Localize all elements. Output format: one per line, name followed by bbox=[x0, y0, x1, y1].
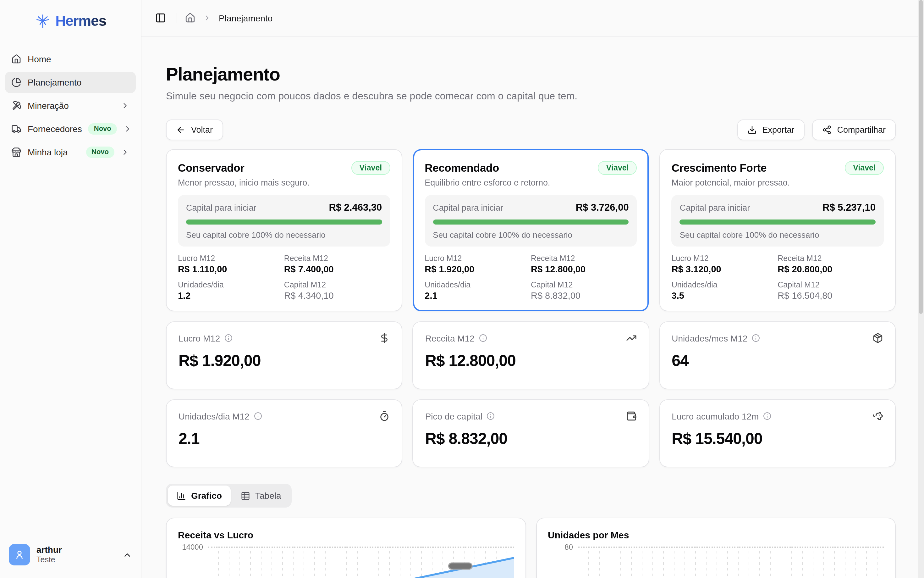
scenario-cards: Conservador Viavel Menor pressao, inicio… bbox=[166, 149, 896, 311]
sidebar-item-minha-loja[interactable]: Minha loja Novo bbox=[5, 141, 136, 163]
page-subtitle: Simule seu negocio com poucos dados e de… bbox=[166, 91, 896, 102]
capital-value: R$ 3.726,00 bbox=[576, 202, 629, 213]
stat-value: R$ 12.800,00 bbox=[531, 264, 637, 274]
sidebar: Hermes Home Planejamento bbox=[0, 0, 141, 578]
stat-value: 3.5 bbox=[672, 291, 778, 300]
chart-cards: Receita vs Lucro 14000 Unidade bbox=[166, 518, 896, 578]
stat-label: Receita M12 bbox=[778, 254, 884, 263]
metric-label: Unidades/dia M12 bbox=[178, 411, 249, 421]
sidebar-item-label: Home bbox=[28, 54, 51, 64]
y-axis-tick: 80 bbox=[548, 543, 573, 578]
back-button[interactable]: Voltar bbox=[166, 120, 223, 140]
export-button[interactable]: Exportar bbox=[737, 120, 804, 140]
receita-lucro-line-series bbox=[208, 548, 514, 578]
coverage-note: Seu capital cobre 100% do necessario bbox=[680, 230, 875, 240]
capital-label: Capital para iniciar bbox=[186, 203, 256, 213]
chevron-right-icon bbox=[121, 148, 129, 157]
pickaxe-icon bbox=[11, 101, 21, 111]
share-button[interactable]: Compartilhar bbox=[812, 120, 896, 140]
user-name: arthur bbox=[36, 545, 62, 555]
scenario-card-crescimento-forte[interactable]: Crescimento Forte Viavel Maior potencial… bbox=[660, 149, 896, 311]
novo-badge: Novo bbox=[88, 123, 117, 135]
hermes-spark-icon bbox=[35, 13, 51, 29]
tab-grafico-label: Grafico bbox=[191, 490, 222, 501]
truck-icon bbox=[11, 124, 21, 134]
tab-tabela[interactable]: Tabela bbox=[232, 485, 290, 506]
view-tabs: Grafico Tabela bbox=[166, 484, 292, 508]
trending-up-icon bbox=[626, 333, 636, 343]
sidebar-item-label: Minha loja bbox=[28, 147, 68, 157]
tab-grafico[interactable]: Grafico bbox=[168, 485, 231, 506]
store-icon bbox=[11, 147, 21, 157]
metric-label: Lucro acumulado 12m bbox=[672, 411, 759, 421]
metric-card-unidades-dia-m12: Unidades/dia M12 2.1 bbox=[166, 399, 403, 467]
info-icon[interactable] bbox=[487, 412, 495, 420]
chart-card-unidades-por-mes: Unidades por Mes 80 bbox=[536, 518, 896, 578]
stat-label: Lucro M12 bbox=[178, 254, 284, 263]
info-icon[interactable] bbox=[763, 412, 771, 420]
stat-label: Unidades/dia bbox=[425, 281, 531, 289]
scenario-card-conservador[interactable]: Conservador Viavel Menor pressao, inicio… bbox=[166, 149, 402, 311]
logo: Hermes bbox=[5, 8, 136, 32]
chevron-up-icon bbox=[123, 550, 132, 559]
sidebar-item-home[interactable]: Home bbox=[5, 49, 136, 70]
house-icon bbox=[11, 54, 21, 64]
capital-progress-bar bbox=[433, 219, 629, 224]
stat-value: R$ 1.920,00 bbox=[425, 264, 531, 274]
chevron-right-icon bbox=[123, 125, 132, 133]
metric-card-lucro-m12: Lucro M12 R$ 1.920,00 bbox=[166, 321, 403, 389]
stat-label: Lucro M12 bbox=[672, 254, 778, 263]
user-meta: arthur Teste bbox=[36, 545, 62, 565]
user-subtitle: Teste bbox=[36, 555, 62, 565]
stat-label: Lucro M12 bbox=[425, 254, 531, 263]
main-area: Planejamento Planejamento Simule seu neg… bbox=[141, 0, 924, 578]
metric-value: R$ 15.540,00 bbox=[672, 430, 883, 448]
avatar bbox=[9, 544, 30, 565]
scenario-name: Crescimento Forte bbox=[672, 161, 767, 175]
stat-value: R$ 7.400,00 bbox=[284, 264, 390, 274]
stat-value: R$ 1.110,00 bbox=[178, 264, 284, 274]
info-icon[interactable] bbox=[752, 334, 760, 342]
coverage-note: Seu capital cobre 100% do necessario bbox=[186, 230, 382, 240]
info-icon[interactable] bbox=[479, 334, 487, 342]
info-icon[interactable] bbox=[254, 412, 262, 420]
scenario-description: Menor pressao, inicio mais seguro. bbox=[178, 178, 390, 187]
sidebar-item-planejamento[interactable]: Planejamento bbox=[5, 72, 136, 93]
capital-value: R$ 2.463,30 bbox=[329, 202, 382, 213]
dollar-sign-icon bbox=[379, 333, 390, 343]
sidebar-toggle-button[interactable] bbox=[152, 9, 169, 27]
scenario-description: Maior potencial, maior pressao. bbox=[672, 178, 884, 187]
breadcrumb-home-icon[interactable] bbox=[185, 13, 196, 23]
chevron-right-icon bbox=[121, 101, 129, 110]
logo-text: Hermes bbox=[55, 13, 106, 29]
page-title: Planejamento bbox=[166, 64, 896, 85]
viavel-badge: Viavel bbox=[845, 161, 884, 175]
scenario-description: Equilibrio entre esforco e retorno. bbox=[425, 178, 637, 187]
metric-label: Pico de capital bbox=[425, 411, 482, 421]
viavel-badge: Viavel bbox=[598, 161, 637, 175]
capital-box: Capital para iniciar R$ 2.463,30 Seu cap… bbox=[178, 195, 390, 247]
sidebar-item-fornecedores[interactable]: Fornecedores Novo bbox=[5, 118, 136, 140]
scenario-card-recomendado[interactable]: Recomendado Viavel Equilibrio entre esfo… bbox=[413, 149, 649, 311]
novo-badge: Novo bbox=[86, 146, 114, 158]
info-icon[interactable] bbox=[224, 334, 233, 342]
stat-label: Unidades/dia bbox=[178, 281, 284, 289]
stat-value: 2.1 bbox=[425, 291, 531, 300]
export-button-label: Exportar bbox=[762, 125, 794, 135]
share-icon bbox=[822, 125, 831, 135]
scenario-name: Recomendado bbox=[425, 161, 499, 175]
sidebar-item-mineracao[interactable]: Mineração bbox=[5, 95, 136, 116]
user-menu[interactable]: arthur Teste bbox=[5, 540, 136, 569]
metric-label: Receita M12 bbox=[425, 333, 474, 343]
sidebar-item-label: Mineração bbox=[28, 101, 69, 111]
arrow-left-icon bbox=[176, 125, 185, 135]
panel-left-icon bbox=[155, 13, 166, 23]
tab-tabela-label: Tabela bbox=[255, 490, 281, 501]
scrollbar-thumb[interactable] bbox=[919, 0, 923, 314]
topbar: Planejamento bbox=[141, 0, 924, 36]
metric-value: R$ 1.920,00 bbox=[178, 352, 390, 370]
stat-value: R$ 16.504,80 bbox=[778, 291, 884, 300]
capital-label: Capital para iniciar bbox=[433, 203, 503, 213]
page-content: Planejamento Simule seu negocio com pouc… bbox=[141, 36, 924, 578]
chart-card-receita-vs-lucro: Receita vs Lucro 14000 bbox=[166, 518, 526, 578]
